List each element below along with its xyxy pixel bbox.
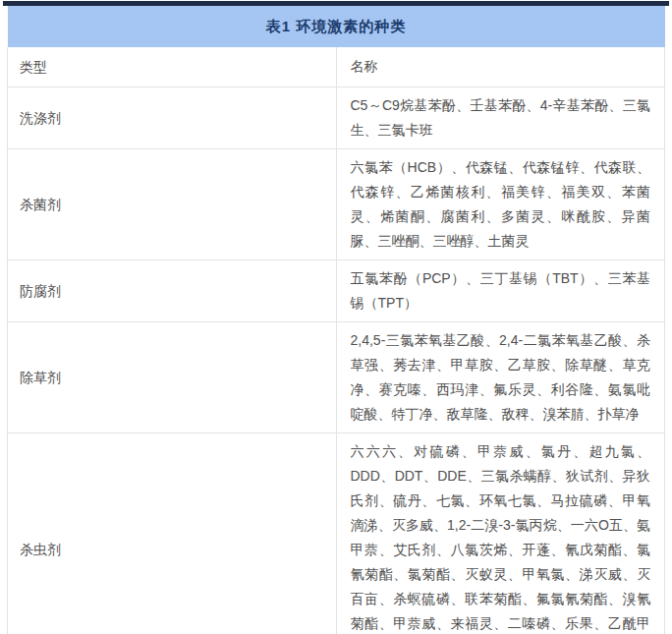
type-cell: 杀虫剂: [8, 432, 337, 634]
column-header-type: 类型: [8, 47, 337, 86]
table-row-preservatives: 防腐剂 五氯苯酚（PCP）、三丁基锡（TBT）、三苯基锡（TPT）: [8, 259, 665, 321]
names-cell: 五氯苯酚（PCP）、三丁基锡（TBT）、三苯基锡（TPT）: [336, 259, 665, 321]
table-title: 表1 环境激素的种类: [8, 6, 665, 47]
type-cell: 杀菌剂: [8, 148, 337, 259]
type-cell: 防腐剂: [8, 259, 337, 321]
type-cell: 洗涤剂: [8, 86, 337, 148]
page: 表1 环境激素的种类 类型 名称 洗涤剂 C5～C9烷基苯酚、壬基苯酚、4-辛基…: [0, 1, 672, 634]
column-header-name: 名称: [336, 47, 665, 86]
table-row-fungicides: 杀菌剂 六氯苯（HCB）、代森锰、代森锰锌、代森联、代森锌、乙烯菌核利、福美锌、…: [8, 148, 665, 259]
table-row-insecticides: 杀虫剂 六六六、对硫磷、甲萘威、氯丹、超九氯、DDD、DDT、DDE、三氯杀螨醇…: [8, 432, 665, 634]
names-cell: 2,4,5-三氯苯氧基乙酸、2,4-二氯苯氧基乙酸、杀草强、莠去津、甲草胺、乙草…: [336, 321, 665, 432]
header-row: 类型 名称: [8, 47, 665, 86]
names-cell: 六六六、对硫磷、甲萘威、氯丹、超九氯、DDD、DDT、DDE、三氯杀螨醇、狄试剂…: [336, 432, 665, 634]
table-row-detergents: 洗涤剂 C5～C9烷基苯酚、壬基苯酚、4-辛基苯酚、三氯生、三氯卡班: [8, 86, 665, 148]
title-row: 表1 环境激素的种类: [8, 6, 665, 47]
type-cell: 除草剂: [8, 321, 337, 432]
table-row-herbicides: 除草剂 2,4,5-三氯苯氧基乙酸、2,4-二氯苯氧基乙酸、杀草强、莠去津、甲草…: [8, 321, 665, 432]
environmental-hormones-table: 表1 环境激素的种类 类型 名称 洗涤剂 C5～C9烷基苯酚、壬基苯酚、4-辛基…: [7, 6, 665, 634]
names-cell: 六氯苯（HCB）、代森锰、代森锰锌、代森联、代森锌、乙烯菌核利、福美锌、福美双、…: [336, 148, 665, 259]
names-cell: C5～C9烷基苯酚、壬基苯酚、4-辛基苯酚、三氯生、三氯卡班: [336, 86, 665, 148]
